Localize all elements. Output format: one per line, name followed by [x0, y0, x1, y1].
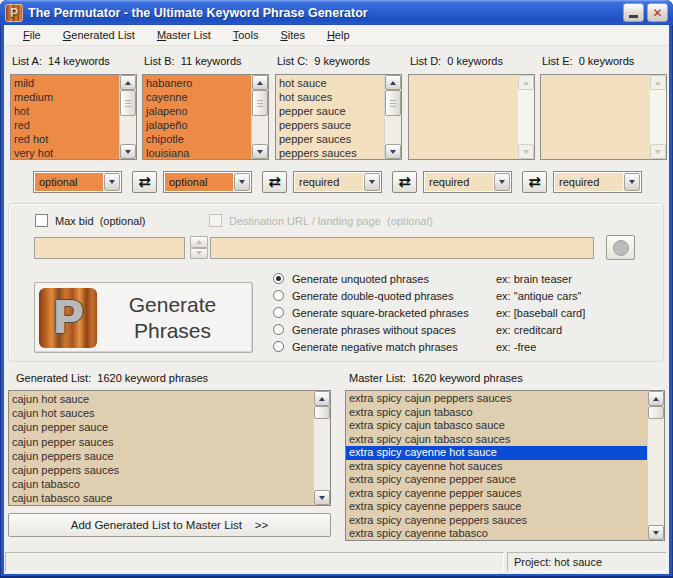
list-item[interactable]: cayenne — [143, 90, 251, 104]
scroll-up-button[interactable] — [385, 75, 401, 90]
menu-tools[interactable]: Tools — [224, 26, 272, 44]
scrollbar-thumb[interactable] — [252, 90, 268, 116]
list-c-rule-combo[interactable]: required — [293, 171, 382, 193]
list-item[interactable]: extra spicy cajun tabasco sauce — [346, 419, 647, 433]
option-negative-match[interactable]: Generate negative match phrases — [273, 340, 496, 353]
list-item[interactable]: pepper sauces — [276, 132, 384, 146]
list-item[interactable]: jalapeno — [143, 104, 251, 118]
swap-a-b-button[interactable]: ⇄ — [132, 171, 157, 193]
list-item[interactable]: cajun peppers sauces — [9, 463, 313, 477]
selected-list-item[interactable]: extra spicy cayenne hot sauce — [346, 446, 647, 460]
list-item[interactable]: chipotle — [143, 132, 251, 146]
option-unquoted[interactable]: Generate unquoted phrases — [273, 272, 496, 285]
list-item[interactable]: extra spicy cajun tabasco sauces — [346, 433, 647, 447]
radio-selected-icon[interactable] — [273, 273, 284, 284]
list-c-scrollbar[interactable] — [384, 75, 401, 159]
list-item[interactable]: louisiana — [143, 146, 251, 159]
generated-scrollbar[interactable] — [313, 391, 330, 505]
list-item[interactable]: cajun pepper sauce — [9, 420, 313, 434]
list-b-scrollbar[interactable] — [251, 75, 268, 159]
scrollbar-track[interactable] — [314, 406, 330, 490]
list-item[interactable]: cajun pepper sauces — [9, 435, 313, 449]
list-item[interactable]: cajun tabasco — [9, 477, 313, 491]
list-a-rule-combo[interactable]: optional — [33, 171, 122, 193]
list-item[interactable]: very hot — [11, 146, 119, 159]
swap-c-d-button[interactable]: ⇄ — [392, 171, 417, 193]
checkbox-icon[interactable] — [35, 214, 48, 227]
menu-master-list[interactable]: Master List — [148, 26, 224, 44]
chevron-down-icon[interactable] — [624, 173, 640, 191]
scrollbar-thumb[interactable] — [314, 406, 330, 419]
chevron-down-icon[interactable] — [104, 173, 120, 191]
scrollbar-track[interactable] — [252, 90, 268, 144]
list-a-scrollbar[interactable] — [119, 75, 136, 159]
option-double-quoted[interactable]: Generate double-quoted phrases — [273, 289, 496, 302]
list-item[interactable]: peppers sauces — [276, 146, 384, 159]
max-bid-checkbox[interactable]: Max bid (optional) — [35, 214, 146, 227]
max-bid-stepper[interactable] — [190, 236, 208, 259]
scroll-up-button[interactable] — [120, 75, 136, 90]
max-bid-input[interactable] — [34, 237, 185, 259]
minimize-button[interactable] — [623, 3, 644, 22]
list-item[interactable]: hot sauces — [276, 90, 384, 104]
close-button[interactable]: ✕ — [647, 3, 668, 22]
scrollbar-track[interactable] — [120, 90, 136, 144]
checkbox-icon[interactable] — [209, 214, 222, 227]
menu-help[interactable]: Help — [318, 26, 363, 44]
list-item[interactable]: jalapeño — [143, 118, 251, 132]
list-item[interactable]: hot sauce — [276, 76, 384, 90]
list-item[interactable]: cajun hot sauce — [9, 392, 313, 406]
list-item[interactable]: extra spicy cayenne peppers sauce — [346, 500, 647, 514]
list-item[interactable]: peppers sauce — [276, 118, 384, 132]
scroll-down-button[interactable] — [648, 525, 664, 540]
chevron-down-icon[interactable] — [234, 173, 250, 191]
stepper-down-button[interactable] — [190, 248, 208, 260]
scroll-up-button[interactable] — [252, 75, 268, 90]
radio-icon[interactable] — [273, 290, 284, 301]
swap-d-e-button[interactable]: ⇄ — [522, 171, 547, 193]
list-item[interactable]: hot — [11, 104, 119, 118]
list-item[interactable]: extra spicy cayenne hot sauces — [346, 460, 647, 474]
list-b-rule-combo[interactable]: optional — [163, 171, 252, 193]
list-a-listbox[interactable]: mild medium hot red red hot very hot — [10, 74, 137, 160]
list-item[interactable]: extra spicy cayenne pepper sauces — [346, 487, 647, 501]
master-listbox[interactable]: extra spicy cajun peppers sauces extra s… — [345, 390, 665, 541]
list-item[interactable]: pepper sauce — [276, 104, 384, 118]
menu-generated-list[interactable]: Generated List — [54, 26, 148, 44]
list-item[interactable]: mild — [11, 76, 119, 90]
scroll-down-button[interactable] — [385, 144, 401, 159]
generated-listbox[interactable]: cajun hot sauce cajun hot sauces cajun p… — [8, 390, 331, 506]
list-e-rule-combo[interactable]: required — [553, 171, 642, 193]
scroll-down-button[interactable] — [314, 490, 330, 505]
stepper-up-button[interactable] — [190, 236, 208, 248]
scrollbar-thumb[interactable] — [120, 90, 136, 116]
app-logo-icon[interactable]: P — [5, 4, 23, 22]
scrollbar-track[interactable] — [648, 406, 664, 525]
destination-url-checkbox[interactable]: Destination URL / landing page (optional… — [209, 214, 433, 227]
scroll-up-button[interactable] — [648, 391, 664, 406]
option-without-spaces[interactable]: Generate phrases without spaces — [273, 323, 496, 336]
scroll-down-button[interactable] — [120, 144, 136, 159]
list-item[interactable]: red — [11, 118, 119, 132]
list-c-listbox[interactable]: hot sauce hot sauces pepper sauce pepper… — [275, 74, 402, 160]
menu-file[interactable]: File — [14, 26, 54, 44]
scroll-up-button[interactable] — [314, 391, 330, 406]
scrollbar-thumb[interactable] — [648, 406, 664, 419]
list-item[interactable]: cajun tabasco sauce — [9, 491, 313, 505]
list-item[interactable]: extra spicy cayenne pepper sauce — [346, 473, 647, 487]
list-item[interactable]: extra spicy cajun tabasco — [346, 406, 647, 420]
list-item[interactable]: cajun peppers sauce — [9, 449, 313, 463]
url-action-button[interactable] — [606, 235, 635, 260]
radio-icon[interactable] — [273, 307, 284, 318]
radio-icon[interactable] — [273, 324, 284, 335]
list-item[interactable]: medium — [11, 90, 119, 104]
chevron-down-icon[interactable] — [494, 173, 510, 191]
list-item[interactable]: extra spicy cayenne peppers sauces — [346, 514, 647, 528]
list-d-rule-combo[interactable]: required — [423, 171, 512, 193]
scroll-down-button[interactable] — [252, 144, 268, 159]
swap-b-c-button[interactable]: ⇄ — [262, 171, 287, 193]
generate-phrases-button[interactable]: P Generate Phrases — [34, 282, 253, 353]
master-scrollbar[interactable] — [647, 391, 664, 540]
list-item[interactable]: red hot — [11, 132, 119, 146]
list-item[interactable]: habanero — [143, 76, 251, 90]
